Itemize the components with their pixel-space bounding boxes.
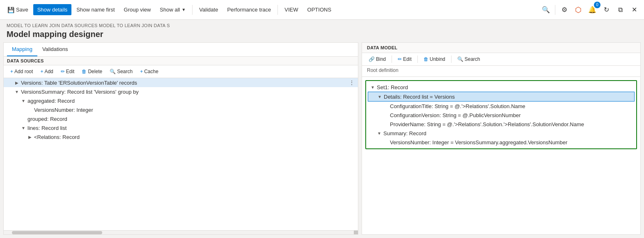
tab-mapping[interactable]: Mapping (7, 43, 37, 56)
scroll-thumb (12, 231, 102, 234)
toolbar-separator-3 (555, 5, 555, 15)
edit-button[interactable]: ✏ Edit (57, 67, 78, 76)
chevron-down-icon: ▼ (181, 7, 186, 12)
search-ds-button[interactable]: 🔍 Search (106, 67, 136, 76)
expand-icon[interactable]: ▼ (20, 97, 27, 104)
cache-icon: + (140, 69, 143, 74)
search-toolbar-button[interactable]: 🔍 (539, 3, 552, 16)
main-toolbar: 💾 Save Show details Show name first Grou… (0, 0, 644, 20)
delete-button[interactable]: 🗑 Delete (78, 67, 105, 76)
save-label: Save (16, 7, 28, 13)
data-model-header: DATA MODEL (362, 43, 640, 53)
tab-validations[interactable]: Validations (37, 43, 73, 56)
settings-button[interactable]: ⚙ (558, 3, 571, 16)
show-name-first-button[interactable]: Show name first (72, 4, 119, 15)
show-all-label: Show all (160, 7, 180, 13)
tree-row[interactable]: ▼ aggregated: Record (4, 96, 358, 105)
gear-icon: ⚙ (561, 6, 567, 14)
tree-row[interactable]: ▼ VersionsSummary: Record list 'Versions… (4, 87, 358, 96)
unbind-button[interactable]: 🗑 Unbind (420, 55, 449, 64)
unbind-icon: 🗑 (424, 56, 429, 62)
tabs-bar: Mapping Validations (4, 43, 358, 57)
office-icon: ⬡ (575, 5, 582, 14)
toolbar-separator-2 (277, 5, 278, 15)
main-area: MODEL TO LEARN JOIN DATA SOURCES MODEL T… (0, 20, 644, 238)
dm-tree-row[interactable]: ▼ Set1: Record (368, 83, 635, 92)
bind-icon: 🔗 (369, 56, 375, 62)
dm-sep-2 (417, 55, 418, 63)
options-button[interactable]: OPTIONS (303, 4, 336, 15)
show-details-button[interactable]: Show details (33, 4, 72, 15)
expand-icon[interactable]: ▼ (369, 84, 376, 90)
restore-icon: ⧉ (618, 6, 623, 14)
add-root-button[interactable]: + Add root (7, 67, 36, 76)
notification-container: 🔔 0 (586, 3, 599, 16)
cache-button[interactable]: + Cache (137, 67, 162, 76)
root-definition: Root definition (362, 66, 640, 77)
data-model-tree: ▼ Set1: Record ▼ Details: Record list = … (362, 77, 640, 234)
show-all-button[interactable]: Show all ▼ (156, 4, 190, 15)
dm-sep-3 (451, 55, 451, 63)
search-icon-ds: 🔍 (110, 69, 116, 74)
data-sources-tree: ▶ Versions: Table 'ERSolutionVersionTabl… (4, 78, 358, 230)
dm-edit-button[interactable]: ✏ Edit (394, 55, 415, 64)
dm-tree-row[interactable]: ConfigurationVersion: String = @.PublicV… (368, 111, 635, 120)
refresh-button[interactable]: ↻ (600, 3, 613, 16)
ds-toolbar: + Add root + Add ✏ Edit 🗑 Delete 🔍 S (4, 65, 358, 78)
data-model-section: DATA MODEL 🔗 Bind ✏ Edit 🗑 (362, 42, 641, 235)
validate-button[interactable]: Validate (195, 4, 222, 15)
left-panel: Mapping Validations DATA SOURCES + Add r… (3, 42, 358, 235)
content-area: Mapping Validations DATA SOURCES + Add r… (0, 42, 644, 238)
scroll-corner (354, 231, 358, 235)
close-icon: ✕ (632, 6, 637, 14)
bind-button[interactable]: 🔗 Bind (365, 55, 389, 64)
validate-label: Validate (199, 7, 218, 13)
expand-icon[interactable]: ▶ (14, 79, 20, 86)
expand-icon[interactable]: ▼ (14, 88, 20, 95)
edit-icon-dm: ✏ (398, 56, 402, 62)
expand-icon[interactable]: ▼ (20, 125, 27, 131)
save-icon: 💾 (7, 7, 14, 13)
dm-tree-row[interactable]: ProviderName: String = @.'>Relations'.So… (368, 120, 635, 129)
dm-tree-row[interactable]: VersionsNumber: Integer = VersionsSummar… (368, 138, 635, 147)
search-icon: 🔍 (542, 6, 550, 14)
dm-tree-row[interactable]: ConfigurationTitle: String = @.'>Relatio… (368, 102, 635, 111)
search-dm-button[interactable]: 🔍 Search (454, 55, 484, 64)
dm-tree-row[interactable]: ▼ Summary: Record (368, 129, 635, 138)
expand-icon[interactable]: ▼ (376, 93, 383, 100)
dm-toolbar: 🔗 Bind ✏ Edit 🗑 Unbind 🔍 (362, 53, 640, 66)
save-button[interactable]: 💾 Save (3, 4, 32, 16)
drag-handle: ⋮ (349, 79, 355, 86)
expand-icon[interactable]: ▶ (27, 134, 33, 140)
tree-row[interactable]: ▼ lines: Record list (4, 123, 358, 132)
plus-icon: + (10, 69, 13, 74)
tree-row[interactable]: ▶ <Relations: Record (4, 132, 358, 141)
data-sources-label: DATA SOURCES (4, 57, 358, 65)
toolbar-separator-1 (192, 5, 193, 15)
dm-sep (392, 55, 392, 63)
close-button[interactable]: ✕ (628, 3, 641, 16)
restore-button[interactable]: ⧉ (614, 3, 627, 16)
dm-tree-row-selected[interactable]: ▼ Details: Record list = Versions (368, 92, 635, 102)
view-label: VIEW (284, 7, 298, 13)
refresh-icon: ↻ (604, 6, 609, 14)
notification-badge: 0 (594, 2, 600, 8)
breadcrumb: MODEL TO LEARN JOIN DATA SOURCES MODEL T… (0, 20, 644, 29)
plus-icon-2: + (40, 69, 43, 74)
delete-icon: 🗑 (82, 69, 87, 74)
office-button[interactable]: ⬡ (572, 3, 585, 16)
expand-icon[interactable]: ▼ (376, 130, 383, 136)
tree-row[interactable]: grouped: Record (4, 114, 358, 123)
show-details-label: Show details (37, 7, 68, 13)
show-name-first-label: Show name first (76, 7, 115, 13)
green-box-selection: ▼ Set1: Record ▼ Details: Record list = … (365, 80, 637, 149)
search-icon-dm: 🔍 (457, 56, 463, 62)
horizontal-scrollbar[interactable] (4, 230, 358, 234)
add-button[interactable]: + Add (37, 67, 56, 76)
tree-row[interactable]: ▶ Versions: Table 'ERSolutionVersionTabl… (4, 78, 358, 87)
tree-row[interactable]: VersionsNumber: Integer (4, 105, 358, 114)
view-button[interactable]: VIEW (280, 4, 302, 15)
group-view-button[interactable]: Group view (120, 4, 155, 15)
right-panel: DATA MODEL 🔗 Bind ✏ Edit 🗑 (362, 42, 641, 235)
performance-trace-button[interactable]: Performance trace (223, 4, 275, 15)
